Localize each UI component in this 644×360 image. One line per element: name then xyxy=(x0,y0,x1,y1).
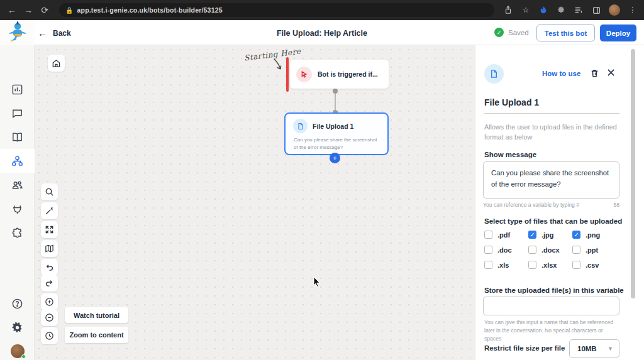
sidebar-item-team[interactable] xyxy=(0,173,35,197)
tab-list-icon[interactable] xyxy=(574,5,584,15)
extensions-puzzle-icon[interactable] xyxy=(556,5,566,15)
add-step-button[interactable]: + xyxy=(330,153,340,163)
zoom-to-content-button[interactable]: Zoom to content xyxy=(65,327,128,343)
file-node-message: Can you please share the screenshot of t… xyxy=(286,133,387,151)
browser-chrome: ← → ⟳ 🔒 app.test.i-genie.co.uk/bots/bot-… xyxy=(0,0,644,20)
sidebar-item-plugins[interactable] xyxy=(0,221,35,244)
filetype-ppt[interactable]: .ppt xyxy=(572,246,616,254)
checkbox-pdf[interactable] xyxy=(484,231,492,239)
show-message-input[interactable]: Can you please share the screenshot of t… xyxy=(483,161,619,199)
back-button[interactable]: ← Back xyxy=(38,28,71,38)
history-tool[interactable] xyxy=(41,327,58,344)
chat-icon xyxy=(11,107,23,119)
browser-reload-icon[interactable]: ⟳ xyxy=(36,5,53,15)
filetype-csv[interactable]: .csv xyxy=(572,261,616,269)
bookmark-star-icon[interactable]: ☆ xyxy=(521,5,531,15)
home-icon xyxy=(52,58,61,68)
watch-tutorial-button[interactable]: Watch tutorial xyxy=(65,307,128,323)
home-button[interactable] xyxy=(48,55,65,72)
test-bot-button[interactable]: Test this bot xyxy=(536,25,595,41)
checkbox-jpg[interactable] xyxy=(528,231,536,239)
panel-file-upload-icon xyxy=(484,64,504,84)
annotation-arrow xyxy=(272,58,287,73)
undo-icon xyxy=(45,263,54,272)
sidebar-item-analytics[interactable] xyxy=(0,77,35,101)
bar-chart-icon xyxy=(11,84,23,95)
panel-title[interactable]: File Upload 1 xyxy=(484,97,619,114)
help-icon xyxy=(11,298,23,310)
restrict-size-label: Restrict file size per file xyxy=(484,344,565,352)
url-bar[interactable]: 🔒 app.test.i-genie.co.uk/bots/bot-builde… xyxy=(59,3,494,17)
minimap-tool[interactable] xyxy=(41,240,58,257)
zoom-out-tool[interactable] xyxy=(41,309,58,326)
url-text[interactable]: app.test.i-genie.co.uk/bots/bot-builder/… xyxy=(77,6,222,14)
mouse-cursor xyxy=(313,276,321,288)
lock-icon: 🔒 xyxy=(65,7,73,14)
checkbox-ppt[interactable] xyxy=(572,246,580,254)
checkbox-xls[interactable] xyxy=(484,261,492,269)
panel-scrollbar[interactable] xyxy=(631,49,635,298)
file-types-label: Select type of files that can be uploade… xyxy=(484,217,622,225)
ai-wand-tool[interactable] xyxy=(41,202,58,219)
delete-node-button[interactable] xyxy=(590,68,599,80)
checkbox-png[interactable] xyxy=(572,231,580,239)
chevron-down-icon: ▼ xyxy=(608,346,613,352)
checkbox-csv[interactable] xyxy=(572,261,580,269)
trigger-cursor-icon xyxy=(296,67,312,82)
genie-logo[interactable] xyxy=(0,20,35,45)
share-icon[interactable] xyxy=(503,5,513,15)
store-variable-input[interactable] xyxy=(483,297,619,315)
browser-forward-icon[interactable]: → xyxy=(20,5,36,15)
redo-icon xyxy=(45,278,54,288)
filetype-jpg[interactable]: .jpg xyxy=(528,231,572,239)
redo-tool[interactable] xyxy=(41,275,58,292)
filetype-xlsx[interactable]: .xlsx xyxy=(528,261,572,269)
filetype-png[interactable]: .png xyxy=(572,231,616,239)
fullscreen-tool[interactable] xyxy=(41,221,58,238)
connector-dot-top[interactable] xyxy=(333,89,338,94)
checkbox-xlsx[interactable] xyxy=(528,261,536,269)
sidebar-item-help[interactable] xyxy=(0,292,35,315)
sidebar-item-integrations[interactable] xyxy=(0,197,35,221)
file-upload-icon xyxy=(293,119,308,133)
sidebar-item-bot-builder[interactable] xyxy=(0,149,35,173)
close-panel-button[interactable] xyxy=(607,68,615,79)
deploy-button[interactable]: Deploy xyxy=(600,25,636,41)
saved-check-icon: ✓ xyxy=(494,28,504,37)
gear-icon xyxy=(11,322,23,334)
how-to-use-link[interactable]: How to use xyxy=(542,70,580,77)
close-icon xyxy=(607,68,615,77)
app-sidebar xyxy=(0,45,35,360)
profile-avatar[interactable] xyxy=(609,4,620,16)
search-tool[interactable] xyxy=(41,183,58,200)
people-icon xyxy=(11,179,23,191)
sidebar-item-conversations[interactable] xyxy=(0,101,35,125)
file-upload-node[interactable]: File Upload 1 Can you please share the s… xyxy=(284,112,389,155)
store-variable-label: Store the uploaded file(s) in this varia… xyxy=(484,286,624,294)
trigger-node[interactable]: Bot is triggered if... xyxy=(290,60,389,89)
panel-description: Allows the user to upload files in the d… xyxy=(484,122,620,142)
filetype-docx[interactable]: .docx xyxy=(528,246,572,254)
filetype-xls[interactable]: .xls xyxy=(484,261,528,269)
saved-status: ✓ Saved xyxy=(494,28,529,37)
flame-extension-icon[interactable] xyxy=(538,5,548,15)
browser-back-icon[interactable]: ← xyxy=(4,5,20,15)
browser-menu-icon[interactable]: ⋮ xyxy=(628,5,638,15)
plug-icon xyxy=(11,203,23,215)
zoom-out-icon xyxy=(45,313,54,322)
undo-tool[interactable] xyxy=(41,259,58,276)
file-size-dropdown[interactable]: 10MB ▼ xyxy=(569,339,619,358)
checkbox-docx[interactable] xyxy=(528,246,536,254)
filetype-pdf[interactable]: .pdf xyxy=(484,231,528,239)
checkbox-doc[interactable] xyxy=(484,246,492,254)
show-message-label: Show message xyxy=(484,151,536,158)
sidebar-item-knowledge[interactable] xyxy=(0,125,35,149)
filetype-doc[interactable]: .doc xyxy=(484,246,528,254)
variable-hint: You can reference a variable by typing # xyxy=(483,202,579,208)
expand-icon xyxy=(45,225,54,234)
trigger-start-bar xyxy=(286,57,289,92)
zoom-in-tool[interactable] xyxy=(41,293,58,310)
sidebar-toggle-icon[interactable] xyxy=(591,5,601,15)
sidebar-user-avatar[interactable] xyxy=(0,339,35,360)
sidebar-item-settings[interactable] xyxy=(0,315,35,339)
